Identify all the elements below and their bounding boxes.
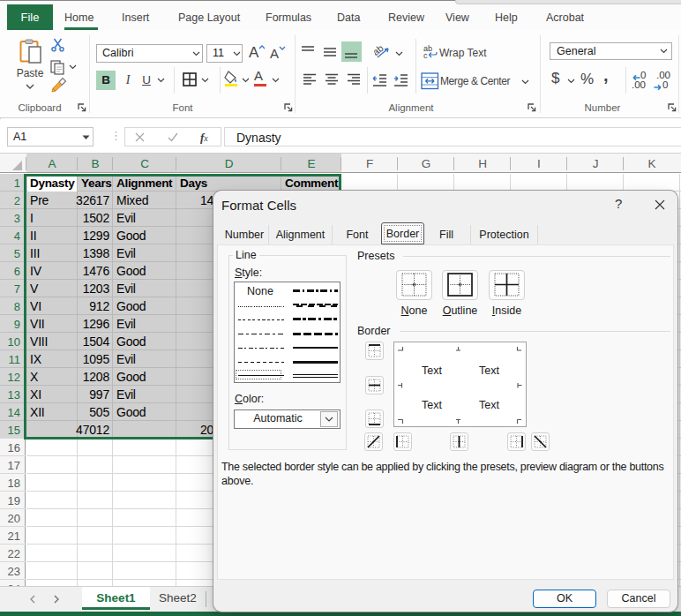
svg-text:c: c — [423, 51, 428, 59]
